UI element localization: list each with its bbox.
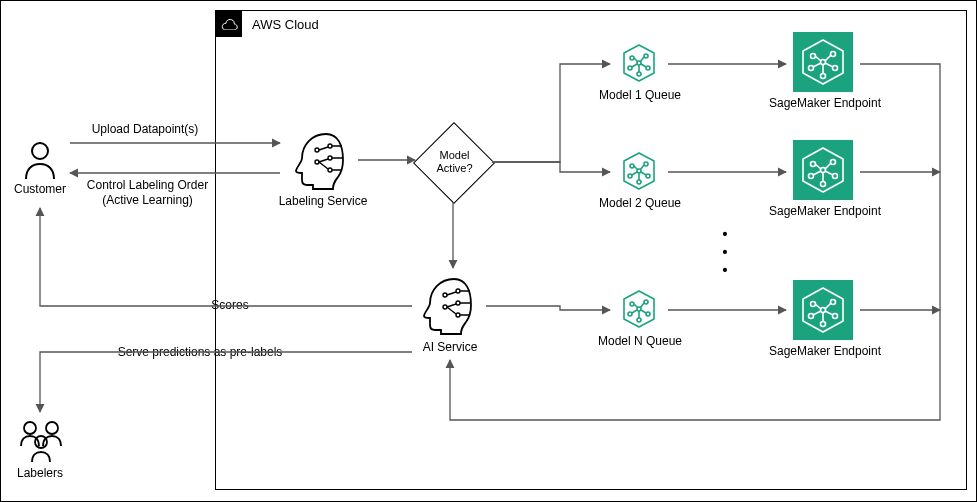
svg-point-26 bbox=[630, 302, 634, 306]
svg-point-22 bbox=[628, 174, 632, 178]
ai-service-icon bbox=[418, 275, 480, 338]
svg-point-49 bbox=[821, 322, 826, 327]
sagemaker-endpoint-1-label: SageMaker Endpoint bbox=[765, 96, 885, 111]
svg-point-27 bbox=[644, 300, 648, 304]
model-1-queue-icon bbox=[618, 42, 660, 87]
aws-cloud-label: AWS Cloud bbox=[252, 17, 319, 32]
svg-point-17 bbox=[646, 66, 650, 70]
svg-point-3 bbox=[35, 436, 47, 448]
svg-point-0 bbox=[32, 143, 48, 159]
svg-point-16 bbox=[628, 66, 632, 70]
svg-point-14 bbox=[630, 56, 634, 60]
svg-point-43 bbox=[821, 182, 826, 187]
aws-cloud-container: AWS Cloud bbox=[215, 10, 967, 490]
sagemaker-endpoint-n-label: SageMaker Endpoint bbox=[765, 344, 885, 359]
model-2-queue-icon bbox=[618, 150, 660, 195]
svg-point-19 bbox=[637, 72, 641, 76]
model-n-queue-icon bbox=[618, 288, 660, 333]
customer-icon bbox=[22, 140, 58, 183]
svg-point-6 bbox=[315, 160, 319, 164]
svg-point-5 bbox=[328, 144, 332, 148]
sagemaker-endpoint-2-icon bbox=[793, 140, 853, 200]
svg-point-13 bbox=[456, 313, 460, 317]
labelers-label: Labelers bbox=[10, 466, 70, 481]
labeling-service-icon bbox=[290, 130, 352, 193]
svg-point-44 bbox=[811, 302, 816, 307]
svg-point-29 bbox=[646, 312, 650, 316]
svg-point-9 bbox=[443, 293, 447, 297]
sagemaker-endpoint-2-label: SageMaker Endpoint bbox=[765, 204, 885, 219]
svg-point-38 bbox=[811, 162, 816, 167]
svg-point-8 bbox=[328, 168, 332, 172]
svg-point-7 bbox=[328, 156, 332, 160]
serve-edge-label: Serve predictions as pre-labels bbox=[100, 345, 300, 360]
model-active-label: Model Active? bbox=[427, 149, 483, 175]
upload-edge-label: Upload Datapoint(s) bbox=[80, 122, 210, 137]
cloud-icon bbox=[216, 11, 242, 37]
svg-point-11 bbox=[443, 305, 447, 309]
svg-point-32 bbox=[811, 54, 816, 59]
svg-point-10 bbox=[456, 289, 460, 293]
svg-point-15 bbox=[644, 54, 648, 58]
svg-point-1 bbox=[24, 422, 36, 434]
svg-point-37 bbox=[821, 74, 826, 79]
svg-point-20 bbox=[630, 164, 634, 168]
svg-point-31 bbox=[637, 318, 641, 322]
model-1-queue-label: Model 1 Queue bbox=[595, 88, 685, 103]
sagemaker-endpoint-1-icon bbox=[793, 32, 853, 92]
customer-label: Customer bbox=[10, 182, 70, 197]
scores-edge-label: Scores bbox=[200, 298, 260, 313]
svg-point-21 bbox=[644, 162, 648, 166]
model-2-queue-label: Model 2 Queue bbox=[595, 196, 685, 211]
control-edge-label: Control Labeling Order (Active Learning) bbox=[80, 178, 215, 208]
ai-service-label: AI Service bbox=[405, 340, 495, 355]
svg-point-28 bbox=[628, 312, 632, 316]
sagemaker-endpoint-n-icon bbox=[793, 280, 853, 340]
ellipsis-dots: • • • bbox=[715, 225, 735, 280]
model-n-queue-label: Model N Queue bbox=[595, 334, 685, 349]
svg-point-4 bbox=[315, 148, 319, 152]
labelers-icon bbox=[16, 418, 66, 467]
svg-point-23 bbox=[646, 174, 650, 178]
svg-point-2 bbox=[46, 422, 58, 434]
svg-point-12 bbox=[456, 301, 460, 305]
labeling-service-label: Labeling Service bbox=[268, 194, 378, 209]
svg-point-25 bbox=[637, 180, 641, 184]
